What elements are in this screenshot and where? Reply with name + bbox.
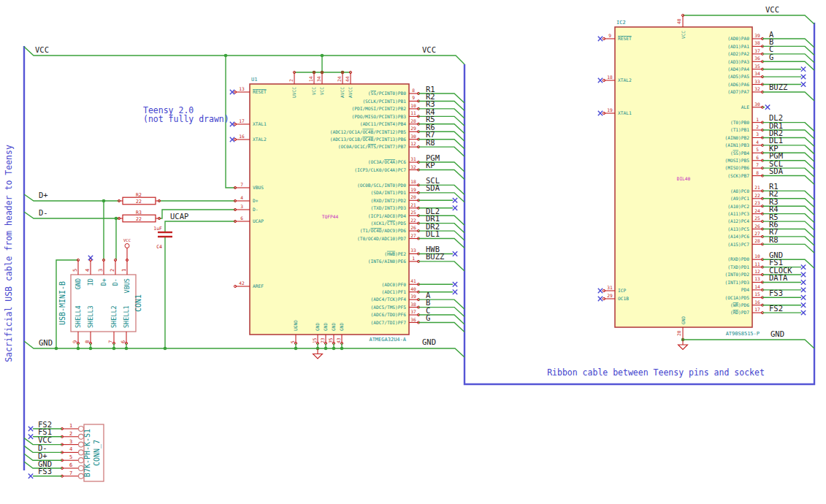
ic2-pin-num: 30	[754, 102, 760, 107]
con1-pin-num: 4	[85, 269, 91, 272]
u1-pin-num: 44	[345, 76, 350, 82]
conn7-pin-num: 7	[69, 470, 72, 476]
con1-pin-num: 3	[98, 269, 104, 272]
u1-pin-name: (PDI/MOSI/PCINT2)PB2	[351, 106, 406, 111]
u1-pin-num: 1	[412, 256, 415, 261]
junction-dot	[115, 217, 118, 221]
ic2-pin-name: (RXD)PD0	[727, 256, 749, 261]
no-connect-icon	[765, 105, 770, 110]
ic2-pin-name: VCC	[681, 31, 686, 39]
net-label-kp: KP	[426, 161, 435, 169]
note-sacrificial-usb: Sacrificial USB cable from header to Tee…	[4, 145, 14, 362]
u1-pin-num: 7	[240, 182, 243, 187]
u1-pin-name: (ADC11/PCINT4)PB4	[360, 121, 407, 126]
ic2-pin-num: 21	[754, 185, 760, 190]
u1-pin-num: 34	[316, 76, 321, 82]
no-connect-icon	[453, 198, 457, 202]
u1-pin-name: AVCC	[340, 87, 345, 98]
con1-pin-num: 7	[108, 340, 114, 343]
ic2-pin-name: ALE	[741, 104, 749, 110]
ic2-pin-name: (AIN1)PB3	[724, 142, 749, 148]
u1-pin-num: 22	[410, 218, 416, 223]
u1-pin-num: 28	[410, 118, 416, 123]
ic2-pin-name: (A15)PC7	[727, 242, 749, 247]
ic2-pin-name: (AD7)PA7	[727, 89, 749, 94]
net-label-dplus: D+	[39, 191, 48, 199]
r3-value: 22	[136, 216, 142, 222]
u1-pin-name: (HWB)PE2	[384, 251, 406, 256]
no-connect-icon	[453, 282, 457, 286]
ic2-pin-name: (AD1)PA1	[727, 44, 749, 49]
u1-pin-num: 16	[239, 134, 245, 139]
con1-pin-num: 1	[121, 269, 127, 272]
conn7-ref: CONN_7	[93, 440, 102, 466]
ic2-pin-num: 33	[754, 79, 760, 84]
net-label-gnd_left: GND	[39, 338, 53, 347]
ic2-pin-name: (A12)PC4	[727, 218, 749, 224]
u1-pin-num: 18	[410, 179, 416, 184]
ic2-pin-num: 22	[754, 193, 760, 198]
ic2-pin-name: (RD)PD7	[730, 310, 749, 315]
no-connect-icon	[801, 82, 806, 86]
u1-pin-num: 33	[410, 248, 416, 253]
ic2-vcc-wire	[683, 15, 814, 24]
ground-symbol	[678, 340, 688, 350]
u1-pin-name: (OC0A/OC1C/RTS/PCINT7)PB7	[338, 144, 406, 149]
no-connect-icon	[598, 37, 603, 41]
ic2-pin-name: (A9)PC1	[730, 196, 749, 201]
u1-pin-name: (T0/OC4D/ADC10)PD7	[357, 236, 406, 241]
wire	[418, 323, 464, 332]
con1-pin-num: 2	[110, 269, 115, 272]
ic2-pin-num: 28	[754, 238, 760, 243]
u1-pin-name: VBUS	[253, 185, 264, 190]
ic2-pin-name: (INT1)PD3	[724, 280, 749, 285]
ic2-pin-num: 24	[754, 208, 760, 213]
u1-pin-name: D-	[253, 207, 258, 212]
conn7-pin-num: 2	[69, 431, 72, 437]
ic2-pin-name: OC1B	[618, 296, 629, 301]
u1-pin-num: 40	[410, 286, 416, 291]
u1-pin-num: 20	[410, 194, 416, 199]
u1-pin-name: GND	[323, 323, 328, 331]
u1-pin-num: 17	[239, 118, 245, 123]
no-connect-icon	[801, 280, 806, 284]
u1-value: ATMEGA32U4-A	[369, 337, 406, 343]
ic2-pin-num: 15	[754, 291, 760, 297]
schematic-canvas: VCCVCCD+D-UCAPGNDGNDVCCGNDTeensy 2.0(not…	[0, 0, 826, 504]
u1-pin-name: (INT6/AIN0)PE6	[368, 259, 406, 264]
junction-dot	[224, 54, 228, 58]
conn7-pin-num: 4	[69, 446, 72, 452]
no-connect-icon	[801, 264, 806, 269]
ic2-pin-name: (A14)PC6	[727, 234, 749, 239]
u1-pin-num: 31	[410, 156, 416, 161]
con1-ref: CON1	[134, 294, 142, 312]
u1-pin-name: (XCK1/CTS)PD5	[371, 221, 407, 226]
no-connect-icon	[28, 474, 33, 478]
net-label-ucap: UCAP	[170, 212, 188, 221]
no-connect-icon	[801, 295, 806, 299]
net-label-ic2_gnd: GND	[770, 329, 784, 338]
ic2-pin-name: (A10)PC2	[727, 204, 749, 209]
no-connect-icon	[598, 111, 603, 115]
u1-pin-name: (OC3A/OC4A)PC6	[368, 159, 406, 164]
ic2-pin-name: PD4	[741, 287, 749, 292]
ic2-pin-num: 18	[607, 75, 613, 80]
ic2-pin-name: (SCK)PB7	[727, 173, 749, 178]
no-connect-icon	[598, 78, 603, 83]
con1-pin-name: GND	[74, 278, 82, 289]
junction-dot	[102, 199, 106, 203]
net-label-vcc_left: VCC	[35, 45, 49, 54]
net-label-fs3: FS3	[38, 467, 52, 476]
ic2-pin-name: (SS)PB4	[730, 150, 749, 156]
net-label-dl1: DL1	[426, 229, 440, 238]
schematic-drawing: VCCVCCD+D-UCAPGNDGNDVCCGNDTeensy 2.0(not…	[0, 0, 826, 504]
ic2-pin-num: 14	[754, 284, 760, 289]
ic2-pin-name: (T0)PB0	[730, 120, 749, 125]
con1-pin-num: 5	[72, 269, 78, 272]
ic2-pin-num: 37	[754, 48, 760, 53]
u1-pin-name: GND	[331, 323, 336, 331]
ic2-pin-num: 7	[756, 162, 759, 167]
ic2-ref: IC2	[616, 20, 626, 26]
ic2-package: DIL40	[677, 176, 691, 181]
conn7-pin-num: 1	[69, 423, 72, 429]
